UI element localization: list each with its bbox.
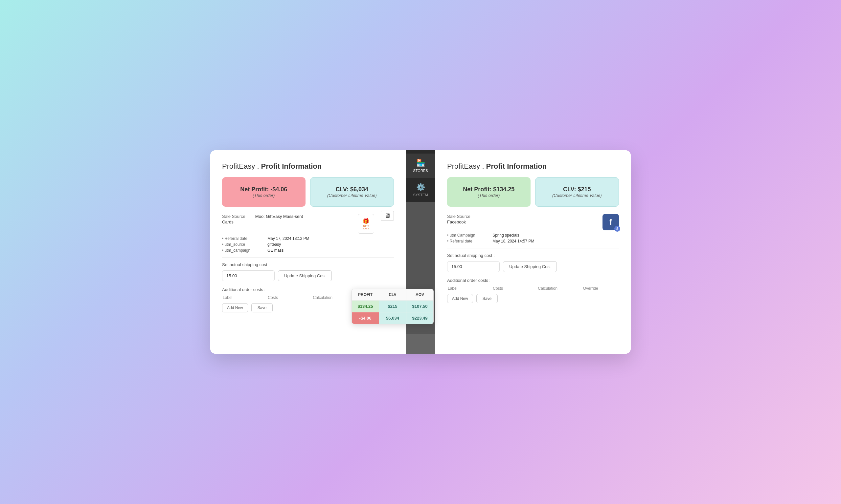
popup-row1-clv: $215 bbox=[379, 301, 406, 312]
left-col-calc: Calculation bbox=[313, 295, 348, 300]
utm-campaign-label: • utm_campaign bbox=[222, 248, 265, 253]
dollar-badge: $ bbox=[614, 226, 620, 232]
left-net-profit-sub: (This order) bbox=[253, 193, 275, 198]
right-costs-header: Label Costs Calculation Override bbox=[447, 286, 619, 291]
left-clv-card: CLV: $6,034 (Customer Lifetime Value) bbox=[310, 177, 394, 207]
right-divider bbox=[447, 248, 619, 248]
left-update-shipping-btn[interactable]: Update Shipping Cost bbox=[278, 270, 332, 281]
left-clv-label: CLV: $6,034 bbox=[336, 186, 368, 193]
left-title: Profit Information bbox=[261, 162, 322, 170]
gifteasy-icon-container: 🎁 GIFT EASY bbox=[358, 214, 374, 234]
left-add-new-btn[interactable]: Add New bbox=[222, 303, 248, 312]
right-referral-date-value: May 18, 2024 14:57 PM bbox=[493, 239, 619, 244]
monitor-icon: 🖥 bbox=[381, 211, 394, 221]
right-col-override: Override bbox=[583, 286, 618, 291]
utm-source-value: gifteasy bbox=[268, 242, 394, 247]
utm-source-label: • utm_source bbox=[222, 242, 265, 247]
popup-row1-profit: $134.25 bbox=[352, 301, 379, 312]
fb-icon-container: f $ bbox=[602, 214, 619, 230]
gifteasy-icon: 🎁 GIFT EASY bbox=[358, 214, 374, 234]
popup-header-row: PROFIT CLV AOV bbox=[352, 289, 433, 301]
right-net-profit-label: Net Profit: $134.25 bbox=[463, 186, 514, 193]
right-clv-label: CLV: $215 bbox=[563, 186, 591, 193]
right-panel: ProfitEasy . Profit Information Net Prof… bbox=[435, 150, 631, 354]
right-add-new-btn[interactable]: Add New bbox=[447, 294, 473, 303]
right-col-label: Label bbox=[448, 286, 483, 291]
left-page-header: ProfitEasy . Profit Information bbox=[222, 162, 394, 170]
left-sale-source-block: Sale Source Cards Moo: GiftEasy Mass-sen… bbox=[222, 214, 394, 234]
comparison-popup: PROFIT CLV AOV $134.25 $215 $107.50 -$4.… bbox=[351, 289, 434, 324]
right-shipping-section: Set actual shipping cost : Update Shippi… bbox=[447, 253, 619, 272]
right-additional-title: Additional order costs : bbox=[447, 278, 619, 283]
left-shipping-input[interactable] bbox=[222, 270, 275, 281]
popup-header-clv: CLV bbox=[379, 289, 406, 300]
right-net-profit-card: Net Profit: $134.25 (This order) bbox=[447, 177, 531, 207]
right-costs-actions: Add New Save bbox=[447, 294, 619, 303]
popup-row-2: -$4.06 $6,034 $223.49 bbox=[352, 312, 433, 324]
right-net-profit-sub: (This order) bbox=[478, 193, 500, 198]
popup-row2-clv: $6,034 bbox=[379, 312, 406, 324]
right-page-header: ProfitEasy . Profit Information bbox=[447, 162, 619, 170]
left-referral-details: • Referral date May 17, 2024 13:12 PM • … bbox=[222, 236, 394, 253]
right-referral-date-label: • Referral date bbox=[447, 239, 490, 244]
referral-date-value: May 17, 2024 13:12 PM bbox=[268, 236, 394, 241]
right-utm-campaign-label: • utm Campaign bbox=[447, 233, 490, 237]
left-sale-source-value1: Cards bbox=[222, 219, 245, 224]
right-additional-costs: Additional order costs : Label Costs Cal… bbox=[447, 278, 619, 303]
popup-header-profit: PROFIT bbox=[352, 289, 379, 300]
right-sale-source-block: Sale Source Facebook f $ bbox=[447, 214, 619, 230]
right-clv-sub: (Customer Lifetime Value) bbox=[552, 193, 602, 198]
system-label: SYSTEM bbox=[413, 193, 428, 197]
popup-row1-aov: $107.50 bbox=[406, 301, 433, 312]
right-col-costs: Costs bbox=[493, 286, 528, 291]
left-shipping-section: Set actual shipping cost : Update Shippi… bbox=[222, 262, 394, 281]
left-divider bbox=[222, 257, 394, 257]
popup-row-1: $134.25 $215 $107.50 bbox=[352, 301, 433, 312]
left-sale-source-col: Sale Source Cards bbox=[222, 214, 245, 224]
popup-row2-aov: $223.49 bbox=[406, 312, 433, 324]
left-brand: ProfitEasy bbox=[222, 162, 255, 170]
right-utm-campaign-value: Spring specials bbox=[493, 233, 619, 237]
facebook-icon: f $ bbox=[602, 214, 619, 230]
popup-row2-profit: -$4.06 bbox=[352, 312, 379, 324]
sidebar-bottom bbox=[406, 334, 435, 354]
right-title: Profit Information bbox=[486, 162, 547, 170]
left-net-profit-card: Net Profit: -$4.06 (This order) bbox=[222, 177, 306, 207]
right-shipping-title: Set actual shipping cost : bbox=[447, 253, 619, 258]
right-sale-source-label: Sale Source bbox=[447, 214, 470, 219]
left-sale-source-col2: Moo: GiftEasy Mass-sent bbox=[255, 214, 303, 219]
right-col-calc: Calculation bbox=[538, 286, 573, 291]
left-col-costs: Costs bbox=[268, 295, 303, 300]
system-icon: ⚙️ bbox=[416, 183, 425, 192]
referral-date-label: • Referral date bbox=[222, 236, 265, 241]
left-shipping-input-row: Update Shipping Cost bbox=[222, 270, 394, 281]
stores-label: STORES bbox=[413, 169, 428, 173]
left-clv-sub: (Customer Lifetime Value) bbox=[327, 193, 377, 198]
left-shipping-title: Set actual shipping cost : bbox=[222, 262, 394, 267]
left-sale-source-value2: Moo: GiftEasy Mass-sent bbox=[255, 214, 303, 219]
sidebar-item-system[interactable]: ⚙️ SYSTEM bbox=[406, 178, 435, 202]
left-net-profit-label: Net Profit: -$4.06 bbox=[240, 186, 287, 193]
right-metrics-row: Net Profit: $134.25 (This order) CLV: $2… bbox=[447, 177, 619, 207]
fb-letter: f bbox=[610, 218, 612, 227]
utm-campaign-value: GE mass bbox=[268, 248, 394, 253]
right-sale-source-value: Facebook bbox=[447, 219, 470, 224]
right-shipping-input-row: Update Shipping Cost bbox=[447, 261, 619, 272]
right-update-shipping-btn[interactable]: Update Shipping Cost bbox=[503, 261, 557, 272]
left-sale-source-label1: Sale Source bbox=[222, 214, 245, 219]
popup-header-aov: AOV bbox=[406, 289, 433, 300]
right-shipping-input[interactable] bbox=[447, 261, 500, 272]
stores-icon: 🏪 bbox=[416, 159, 425, 167]
right-clv-card: CLV: $215 (Customer Lifetime Value) bbox=[535, 177, 619, 207]
left-save-btn[interactable]: Save bbox=[251, 303, 273, 312]
sidebar-item-stores[interactable]: 🏪 STORES bbox=[406, 154, 435, 178]
left-col-label: Label bbox=[223, 295, 258, 300]
right-sale-source-col: Sale Source Facebook bbox=[447, 214, 470, 224]
left-separator: . bbox=[255, 162, 261, 170]
main-container: ProfitEasy . Profit Information Net Prof… bbox=[210, 150, 631, 354]
right-referral-details: • utm Campaign Spring specials • Referra… bbox=[447, 233, 619, 244]
left-metrics-row: Net Profit: -$4.06 (This order) CLV: $6,… bbox=[222, 177, 394, 207]
right-separator: . bbox=[480, 162, 486, 170]
right-save-btn[interactable]: Save bbox=[476, 294, 498, 303]
right-brand: ProfitEasy bbox=[447, 162, 480, 170]
